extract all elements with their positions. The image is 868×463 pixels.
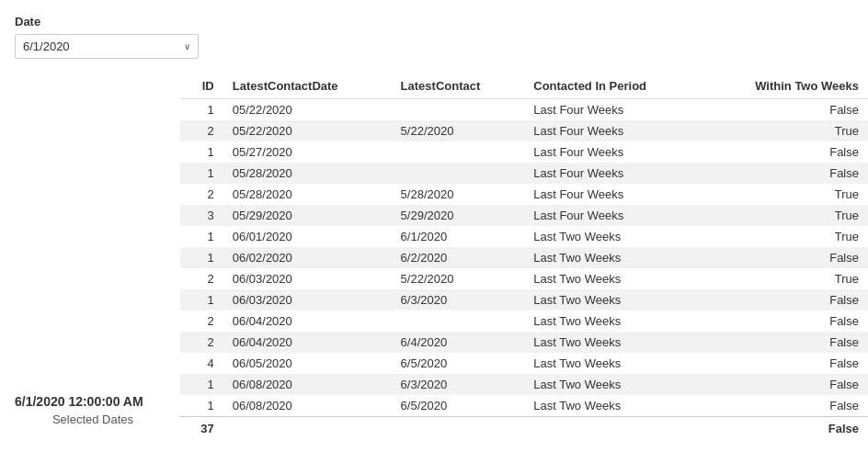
cell-id: 2 [180,311,223,332]
cell-latest-contact: 6/5/2020 [392,353,525,374]
table-row: 106/08/20206/5/2020Last Two WeeksFalse [180,395,868,417]
cell-latest-contact-date: 05/29/2020 [223,205,392,226]
selected-dates-label: Selected Dates [15,412,171,426]
date-dropdown-value: 6/1/2020 [23,40,70,53]
table-row: 105/28/2020Last Four WeeksFalse [180,163,868,184]
table-footer-row: 37 False [180,417,868,441]
footer-contacted-in-period [524,417,702,441]
footer-latest-contact [392,417,525,441]
cell-contacted-in-period: Last Four Weeks [524,141,702,163]
cell-contacted-in-period: Last Two Weeks [524,395,702,417]
table-row: 305/29/20205/29/2020Last Four WeeksTrue [180,205,868,226]
chevron-down-icon: ∨ [184,41,190,51]
cell-id: 1 [180,163,223,184]
cell-latest-contact [392,311,525,332]
data-table: ID LatestContactDate LatestContact Conta… [180,73,868,440]
cell-id: 2 [180,184,223,205]
cell-latest-contact: 6/3/2020 [392,289,525,311]
cell-latest-contact: 5/28/2020 [392,184,525,205]
cell-within-two-weeks: False [702,289,868,311]
cell-within-two-weeks: True [702,184,868,205]
cell-id: 1 [180,395,223,417]
cell-within-two-weeks: False [702,353,868,374]
cell-within-two-weeks: False [702,247,868,268]
cell-latest-contact-date: 06/04/2020 [223,332,392,353]
table-row: 105/22/2020Last Four WeeksFalse [180,99,868,121]
cell-id: 3 [180,205,223,226]
table-row: 106/02/20206/2/2020Last Two WeeksFalse [180,247,868,268]
data-table-container: ID LatestContactDate LatestContact Conta… [180,73,868,463]
cell-id: 2 [180,268,223,289]
cell-latest-contact [392,99,525,121]
cell-latest-contact-date: 05/22/2020 [223,120,392,141]
table-row: 206/04/20206/4/2020Last Two WeeksFalse [180,332,868,353]
cell-id: 1 [180,99,223,121]
col-header-id: ID [180,73,223,99]
cell-id: 4 [180,353,223,374]
cell-latest-contact-date: 05/27/2020 [223,141,392,163]
cell-latest-contact [392,141,525,163]
cell-within-two-weeks: False [702,311,868,332]
footer-latest-contact-date [223,417,392,441]
table-row: 106/03/20206/3/2020Last Two WeeksFalse [180,289,868,311]
cell-latest-contact-date: 06/05/2020 [223,353,392,374]
cell-id: 1 [180,226,223,247]
cell-contacted-in-period: Last Two Weeks [524,268,702,289]
cell-latest-contact-date: 05/22/2020 [223,99,392,121]
cell-within-two-weeks: False [702,332,868,353]
cell-id: 1 [180,247,223,268]
cell-within-two-weeks: False [702,395,868,417]
cell-within-two-weeks: False [702,141,868,163]
cell-latest-contact-date: 06/01/2020 [223,226,392,247]
cell-id: 2 [180,332,223,353]
cell-latest-contact-date: 06/08/2020 [223,395,392,417]
cell-latest-contact-date: 05/28/2020 [223,163,392,184]
date-label: Date [15,15,868,28]
cell-latest-contact: 6/3/2020 [392,374,525,395]
col-header-within-two-weeks: Within Two Weeks [702,73,868,99]
cell-latest-contact-date: 06/03/2020 [223,268,392,289]
cell-id: 1 [180,289,223,311]
cell-contacted-in-period: Last Four Weeks [524,184,702,205]
table-row: 206/04/2020Last Two WeeksFalse [180,311,868,332]
cell-latest-contact-date: 06/02/2020 [223,247,392,268]
table-row: 105/27/2020Last Four WeeksFalse [180,141,868,163]
cell-latest-contact [392,163,525,184]
cell-latest-contact: 6/2/2020 [392,247,525,268]
footer-within-two-weeks: False [702,417,868,441]
cell-contacted-in-period: Last Two Weeks [524,353,702,374]
table-row: 106/01/20206/1/2020Last Two WeeksTrue [180,226,868,247]
footer-id: 37 [180,417,223,441]
cell-latest-contact: 5/29/2020 [392,205,525,226]
cell-contacted-in-period: Last Four Weeks [524,163,702,184]
date-dropdown[interactable]: 6/1/2020 ∨ [15,34,199,59]
cell-latest-contact: 5/22/2020 [392,120,525,141]
table-row: 205/22/20205/22/2020Last Four WeeksTrue [180,120,868,141]
cell-within-two-weeks: False [702,99,868,121]
table-row: 205/28/20205/28/2020Last Four WeeksTrue [180,184,868,205]
cell-latest-contact: 6/1/2020 [392,226,525,247]
cell-contacted-in-period: Last Two Weeks [524,289,702,311]
cell-within-two-weeks: True [702,268,868,289]
cell-latest-contact: 6/5/2020 [392,395,525,417]
cell-within-two-weeks: False [702,163,868,184]
cell-latest-contact: 5/22/2020 [392,268,525,289]
cell-latest-contact-date: 06/04/2020 [223,311,392,332]
col-header-latest-contact: LatestContact [392,73,525,99]
cell-contacted-in-period: Last Two Weeks [524,247,702,268]
table-row: 406/05/20206/5/2020Last Two WeeksFalse [180,353,868,374]
selected-date-text: 6/1/2020 12:00:00 AM [15,394,171,409]
col-header-latest-contact-date: LatestContactDate [223,73,392,99]
table-header-row: ID LatestContactDate LatestContact Conta… [180,73,868,99]
cell-within-two-weeks: False [702,374,868,395]
cell-id: 1 [180,141,223,163]
cell-contacted-in-period: Last Four Weeks [524,99,702,121]
cell-within-two-weeks: True [702,226,868,247]
cell-contacted-in-period: Last Four Weeks [524,120,702,141]
cell-id: 2 [180,120,223,141]
cell-contacted-in-period: Last Two Weeks [524,374,702,395]
cell-latest-contact: 6/4/2020 [392,332,525,353]
cell-latest-contact-date: 06/08/2020 [223,374,392,395]
col-header-contacted-in-period: Contacted In Period [524,73,702,99]
cell-latest-contact-date: 05/28/2020 [223,184,392,205]
